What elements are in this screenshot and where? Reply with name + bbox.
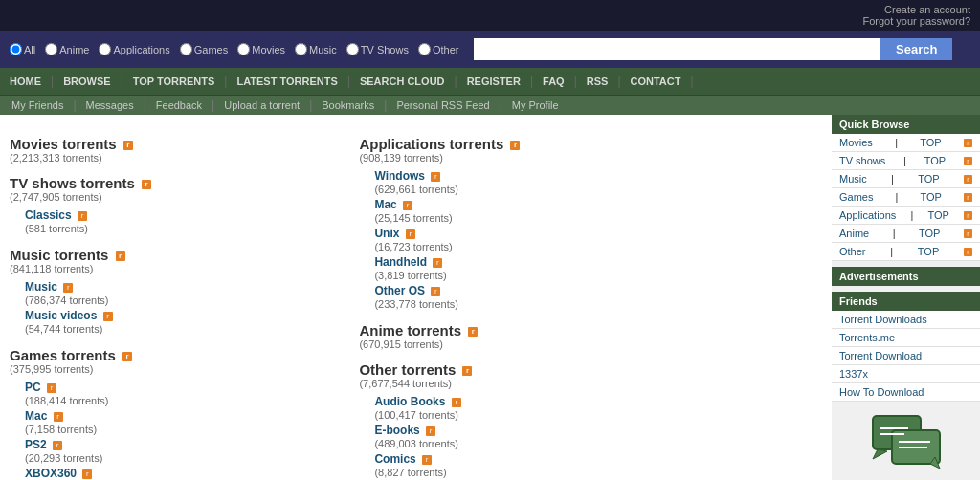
sidebar-music-top-link[interactable]: TOP <box>918 173 939 185</box>
tvshows-rss-icon[interactable]: r <box>142 180 151 189</box>
apps-mac-rss-icon[interactable]: r <box>403 201 412 210</box>
music-rss-icon[interactable]: r <box>116 251 125 261</box>
audiobooks-rss-icon[interactable]: r <box>452 398 461 407</box>
radio-tvshows[interactable]: TV Shows <box>346 43 409 55</box>
subnav-feedback[interactable]: Feedback <box>150 98 208 113</box>
forgot-password-link[interactable]: Forgot your password? <box>863 15 971 27</box>
other-link[interactable]: Other torrents <box>359 361 456 378</box>
sidebar-games-link[interactable]: Games <box>839 191 873 203</box>
chat-icon <box>868 411 945 469</box>
subnav-messages[interactable]: Messages <box>80 98 140 113</box>
sidebar-tvshows-link[interactable]: TV shows <box>839 155 885 166</box>
classics-link[interactable]: Classics <box>25 208 72 222</box>
games-xbox-link[interactable]: XBOX360 <box>25 467 77 480</box>
sidebar-applications-link[interactable]: Applications <box>839 209 896 221</box>
games-mac-link[interactable]: Mac <box>25 409 47 423</box>
apps-handheld-link[interactable]: Handheld <box>374 255 427 269</box>
apps-handheld-rss-icon[interactable]: r <box>433 258 442 268</box>
sidebar-movies-rss[interactable]: r <box>964 139 972 147</box>
search-button[interactable]: Search <box>880 38 952 60</box>
games-xbox-rss-icon[interactable]: r <box>82 469 92 479</box>
radio-music[interactable]: Music <box>295 43 337 55</box>
music-sub-rss-icon[interactable]: r <box>63 283 73 293</box>
sidebar-music-link[interactable]: Music <box>839 173 867 185</box>
sidebar-tvshows-top-link[interactable]: TOP <box>924 155 946 166</box>
nav-browse[interactable]: BROWSE <box>54 68 121 95</box>
sidebar-applications-top-link[interactable]: TOP <box>927 209 948 221</box>
ebooks-link[interactable]: E-books <box>374 424 419 437</box>
apps-count: (908,139 torrents) <box>359 152 822 164</box>
games-pc-link[interactable]: PC <box>25 381 41 394</box>
nav-contact[interactable]: CONTACT <box>621 68 691 95</box>
radio-movies[interactable]: Movies <box>237 43 285 55</box>
sidebar-tvshows-rss[interactable]: r <box>964 157 972 165</box>
games-mac-rss-icon[interactable]: r <box>54 412 63 422</box>
apps-mac-link[interactable]: Mac <box>374 198 396 211</box>
radio-games[interactable]: Games <box>180 43 228 55</box>
sidebar-games-rss[interactable]: r <box>964 193 972 202</box>
apps-otheros-link[interactable]: Other OS <box>374 284 425 297</box>
radio-applications[interactable]: Applications <box>99 43 169 55</box>
subnav-profile[interactable]: My Profile <box>506 98 565 113</box>
sidebar-movies-top-link[interactable]: TOP <box>920 137 941 148</box>
create-account-link[interactable]: Create an account <box>884 4 970 15</box>
sidebar-other-top-link[interactable]: TOP <box>918 246 939 257</box>
nav-rss[interactable]: RSS <box>577 68 618 95</box>
apps-windows-rss-icon[interactable]: r <box>431 172 440 182</box>
apps-rss-icon[interactable]: r <box>510 141 520 150</box>
subnav-my-friends[interactable]: My Friends <box>6 98 69 113</box>
nav-top-torrents[interactable]: TOP TORRENTS <box>123 68 225 95</box>
movies-rss-icon[interactable]: r <box>123 141 133 150</box>
friend-torrent-downloads-link[interactable]: Torrent Downloads <box>839 314 927 325</box>
radio-other[interactable]: Other <box>418 43 459 55</box>
audiobooks-link[interactable]: Audio Books <box>374 395 445 408</box>
apps-unix-link[interactable]: Unix <box>374 227 399 240</box>
movies-link[interactable]: Movies torrents <box>10 136 117 152</box>
friend-1337x-link[interactable]: 1337x <box>839 368 868 380</box>
games-ps2-link[interactable]: PS2 <box>25 438 47 451</box>
tvshows-link[interactable]: TV shows torrents <box>10 175 135 191</box>
music-sub-link[interactable]: Music <box>25 280 57 294</box>
sidebar-movies-link[interactable]: Movies <box>839 137 873 148</box>
sidebar-other-link[interactable]: Other <box>839 246 866 257</box>
sidebar-anime-top-link[interactable]: TOP <box>919 228 940 239</box>
sidebar-other-rss[interactable]: r <box>964 248 972 256</box>
apps-windows-link[interactable]: Windows <box>374 169 425 183</box>
games-ps2-rss-icon[interactable]: r <box>53 441 62 450</box>
games-pc-rss-icon[interactable]: r <box>47 383 56 393</box>
nav-home[interactable]: HOME <box>0 68 51 95</box>
games-rss-icon[interactable]: r <box>122 352 132 361</box>
sidebar-games-top-link[interactable]: TOP <box>920 191 941 203</box>
sidebar-anime-rss[interactable]: r <box>964 229 972 238</box>
anime-rss-icon[interactable]: r <box>468 327 478 337</box>
nav-search-cloud[interactable]: SEARCH CLOUD <box>350 68 455 95</box>
music-link[interactable]: Music torrents <box>10 247 108 263</box>
other-rss-icon[interactable]: r <box>462 366 472 376</box>
comics-rss-icon[interactable]: r <box>422 455 432 465</box>
anime-link[interactable]: Anime torrents <box>359 322 461 338</box>
apps-link[interactable]: Applications torrents <box>359 136 503 152</box>
subnav-upload[interactable]: Upload a torrent <box>218 98 305 113</box>
nav-register[interactable]: REGISTER <box>457 68 530 95</box>
music-videos-link[interactable]: Music videos <box>25 309 97 322</box>
sidebar-applications-rss[interactable]: r <box>964 211 972 220</box>
apps-unix-rss-icon[interactable]: r <box>406 229 415 239</box>
subnav-rss[interactable]: Personal RSS Feed <box>390 98 495 113</box>
comics-link[interactable]: Comics <box>374 452 415 466</box>
friend-torrent-download-link[interactable]: Torrent Download <box>839 350 922 361</box>
friend-how-to-download-link[interactable]: How To Download <box>839 386 924 398</box>
radio-anime[interactable]: Anime <box>45 43 89 55</box>
sidebar-anime-link[interactable]: Anime <box>839 228 869 239</box>
classics-rss-icon[interactable]: r <box>78 211 87 221</box>
music-videos-rss-icon[interactable]: r <box>103 312 113 321</box>
nav-faq[interactable]: FAQ <box>533 68 574 95</box>
ebooks-rss-icon[interactable]: r <box>426 426 435 436</box>
games-link[interactable]: Games torrents <box>10 347 116 363</box>
friend-torrents-me-link[interactable]: Torrents.me <box>839 332 895 343</box>
subnav-bookmarks[interactable]: Bookmarks <box>316 98 380 113</box>
apps-otheros-rss-icon[interactable]: r <box>431 287 440 296</box>
nav-latest-torrents[interactable]: LATEST TORRENTS <box>227 68 346 95</box>
radio-all[interactable]: All <box>10 43 35 55</box>
search-input[interactable] <box>474 38 880 60</box>
sidebar-music-rss[interactable]: r <box>964 175 972 184</box>
